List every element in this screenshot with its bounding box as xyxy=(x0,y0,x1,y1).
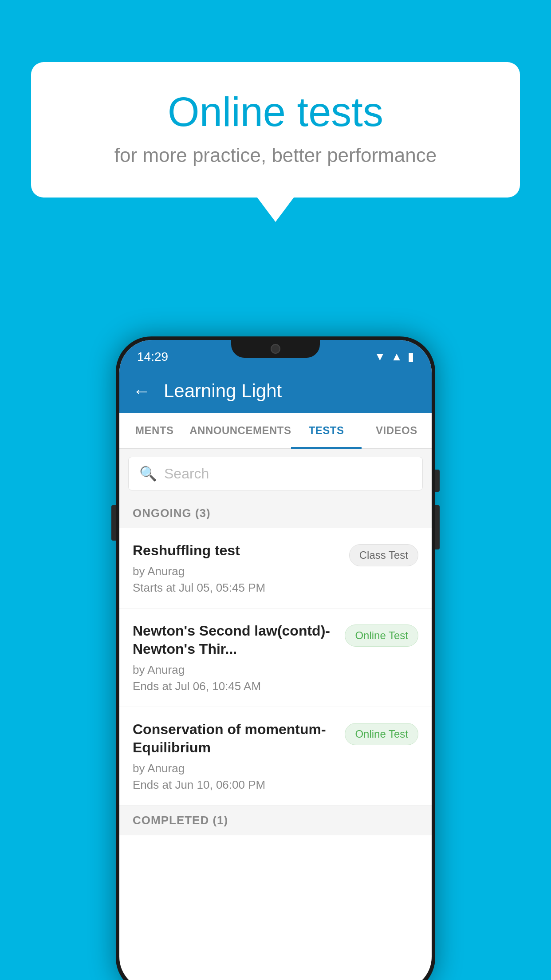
search-input[interactable]: Search xyxy=(164,466,209,482)
bubble-subtitle: for more practice, better performance xyxy=(67,144,484,166)
bubble-title: Online tests xyxy=(67,89,484,135)
completed-section-header: COMPLETED (1) xyxy=(119,806,432,835)
test-title-3: Conservation of momentum-Equilibrium xyxy=(133,720,336,757)
notch-camera xyxy=(271,344,280,354)
wifi-icon: ▼ xyxy=(374,350,386,364)
test-badge-3: Online Test xyxy=(345,723,418,745)
tab-tests[interactable]: TESTS xyxy=(291,413,361,448)
test-author-1: by Anurag xyxy=(133,565,340,578)
speech-bubble: Online tests for more practice, better p… xyxy=(31,62,520,198)
search-icon: 🔍 xyxy=(139,465,157,482)
side-button-left xyxy=(111,505,116,541)
test-info-1: Reshuffling test by Anurag Starts at Jul… xyxy=(133,541,349,595)
test-date-2: Ends at Jul 06, 10:45 AM xyxy=(133,680,336,693)
phone-inner: 14:29 ▼ ▲ ▮ ← Learning Light MENTS ANNOU… xyxy=(119,340,432,980)
tabs-container: MENTS ANNOUNCEMENTS TESTS VIDEOS xyxy=(119,413,432,449)
tab-announcements[interactable]: ANNOUNCEMENTS xyxy=(189,413,291,448)
test-date-3: Ends at Jun 10, 06:00 PM xyxy=(133,778,336,792)
back-button[interactable]: ← xyxy=(133,381,150,401)
test-author-3: by Anurag xyxy=(133,762,336,775)
test-item-2[interactable]: Newton's Second law(contd)-Newton's Thir… xyxy=(119,609,432,707)
app-bar: ← Learning Light xyxy=(119,369,432,413)
test-date-1: Starts at Jul 05, 05:45 PM xyxy=(133,581,340,595)
status-time: 14:29 xyxy=(137,350,168,364)
test-list: Reshuffling test by Anurag Starts at Jul… xyxy=(119,528,432,806)
test-item-3[interactable]: Conservation of momentum-Equilibrium by … xyxy=(119,707,432,806)
notch xyxy=(231,340,320,358)
test-item-1[interactable]: Reshuffling test by Anurag Starts at Jul… xyxy=(119,528,432,609)
signal-icon: ▲ xyxy=(391,350,402,364)
ongoing-section-header: ONGOING (3) xyxy=(119,498,432,528)
test-author-2: by Anurag xyxy=(133,663,336,677)
test-info-3: Conservation of momentum-Equilibrium by … xyxy=(133,720,345,792)
search-bar[interactable]: 🔍 Search xyxy=(128,457,423,490)
tab-videos[interactable]: VIDEOS xyxy=(362,413,432,448)
tab-ments[interactable]: MENTS xyxy=(119,413,189,448)
status-icons: ▼ ▲ ▮ xyxy=(374,350,414,364)
search-bar-container: 🔍 Search xyxy=(119,449,432,498)
battery-icon: ▮ xyxy=(408,350,414,364)
test-title-1: Reshuffling test xyxy=(133,541,340,560)
speech-bubble-container: Online tests for more practice, better p… xyxy=(31,62,520,198)
test-title-2: Newton's Second law(contd)-Newton's Thir… xyxy=(133,622,336,659)
test-badge-1: Class Test xyxy=(349,544,418,566)
app-bar-title: Learning Light xyxy=(164,380,282,402)
test-badge-2: Online Test xyxy=(345,624,418,647)
phone-frame: 14:29 ▼ ▲ ▮ ← Learning Light MENTS ANNOU… xyxy=(116,336,435,980)
side-button-right-bottom xyxy=(435,505,440,549)
side-button-right-top xyxy=(435,470,440,492)
test-info-2: Newton's Second law(contd)-Newton's Thir… xyxy=(133,622,345,693)
